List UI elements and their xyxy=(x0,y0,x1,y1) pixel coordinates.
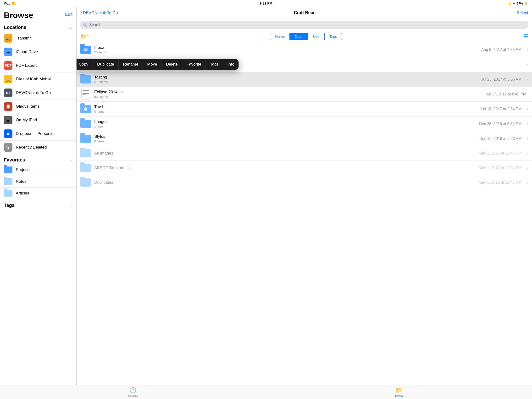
favorites-chevron-icon: ⌄ xyxy=(69,157,72,163)
inbox-meta: 25 items xyxy=(94,51,478,54)
sidebar-item-devonthink[interactable]: DT DEVONthink To Go xyxy=(0,86,76,100)
sort-by-tags-button[interactable]: Tags xyxy=(324,33,342,40)
sidebar-header: Browse Edit xyxy=(0,7,76,22)
page-title: Craft Beer xyxy=(230,10,379,15)
articles-folder-icon xyxy=(4,190,13,197)
sidebar-item-dropbox[interactable]: ◆ Dropbox — Personal xyxy=(0,127,76,141)
all-pdf-chevron-icon: › xyxy=(527,165,528,171)
locations-section-header[interactable]: Locations ⌄ xyxy=(0,22,76,32)
tasting-icon xyxy=(80,75,91,84)
file-row-duplicates[interactable]: Duplicates May 1, 2015 at 12:47 PM › xyxy=(76,175,532,190)
sort-by-name-button[interactable]: Name xyxy=(270,33,290,40)
tab-recents[interactable]: 🕐 Recents xyxy=(0,385,266,399)
tasting-meta: 518 items xyxy=(94,80,478,84)
favorites-section-header[interactable]: Favorites ⌄ xyxy=(0,154,76,164)
sidebar-item-ipad[interactable]: 📱 On My iPad xyxy=(0,113,76,127)
styles-icon xyxy=(80,134,91,143)
all-images-chevron-icon: › xyxy=(527,151,528,156)
file-row-inbox[interactable]: Inbox 25 items Aug 5, 2017 at 4:58 PM › xyxy=(76,42,532,57)
locations-title: Locations xyxy=(4,25,26,30)
gladys-icon: 📋 xyxy=(4,102,13,111)
file-row-styles[interactable]: Styles 0 items Dec 16, 2016 at 6:43 AM › xyxy=(76,131,532,146)
context-menu-duplicate[interactable]: Duplicate xyxy=(93,59,119,70)
dropbox-icon: ◆ xyxy=(4,129,13,138)
projects-label: Projects xyxy=(16,167,72,172)
file-row-images[interactable]: Images 1 item Dec 28, 2016 at 5:59 PM › xyxy=(76,116,532,131)
duplicates-info: Duplicates xyxy=(94,180,475,185)
context-menu-tags[interactable]: Tags xyxy=(206,59,223,70)
tags-section[interactable]: Tags › xyxy=(0,199,76,211)
duplicates-date: May 1, 2015 at 12:47 PM xyxy=(479,180,521,185)
sidebar-item-transmit[interactable]: 🚚 Transmit xyxy=(0,32,76,45)
list-view-button[interactable]: ☰ xyxy=(523,33,528,40)
device-label: iPad xyxy=(4,2,10,5)
trash-meta: 0 items xyxy=(94,110,476,113)
context-menu-copy[interactable]: Copy xyxy=(76,59,93,70)
sidebar-item-pdf[interactable]: PDF PDF Expert xyxy=(0,59,76,72)
sidebar-item-icloud[interactable]: ☁ iCloud Drive xyxy=(0,45,76,59)
context-menu-delete[interactable]: Delete xyxy=(162,59,182,70)
context-menu-rename[interactable]: Rename xyxy=(119,59,143,70)
tasting-date: Jul 23, 2017 at 5:56 AM xyxy=(481,77,521,82)
sidebar-edit-button[interactable]: Edit xyxy=(65,11,72,17)
context-menu-info[interactable]: Info xyxy=(223,59,239,70)
back-button[interactable]: ‹ DEVONthink To Go xyxy=(80,10,230,16)
ipad-icon: 📱 xyxy=(4,116,13,124)
eclipse-info: Eclipse 2014 list 532 bytes xyxy=(94,90,482,99)
icloud-label: iCloud Drive xyxy=(16,50,72,54)
eclipse-icon xyxy=(80,90,91,99)
sidebar-item-projects[interactable]: Projects xyxy=(0,164,76,176)
trash-name: Trash xyxy=(94,105,476,109)
context-menu-favorite[interactable]: Favorite xyxy=(182,59,206,70)
tab-bar: 🕐 Recents 📁 Browse xyxy=(0,385,532,399)
tags-chevron-icon: › xyxy=(71,203,72,208)
file-row-all-pdf[interactable]: All PDF Documents May 1, 2015 at 12:47 P… xyxy=(76,161,532,175)
notes-folder-icon xyxy=(4,178,13,185)
status-time: 9:32 PM xyxy=(260,1,272,5)
icloud-icon: ☁ xyxy=(4,48,13,56)
tasting-context-chevron-icon: › xyxy=(527,62,528,67)
tasting-name: Tasting xyxy=(94,75,478,80)
recents-label: Recents xyxy=(128,394,138,397)
favorites-title: Favorites xyxy=(4,157,25,163)
images-chevron-icon: › xyxy=(527,121,528,126)
app-container: Browse Edit Locations ⌄ 🚚 Transmit ☁ iCl… xyxy=(0,7,532,399)
tab-browse[interactable]: 📁 Browse xyxy=(266,385,532,399)
sidebar-item-notes[interactable]: Notes xyxy=(0,176,76,188)
sidebar-item-articles[interactable]: Articles xyxy=(0,188,76,199)
context-menu-move[interactable]: Move xyxy=(143,59,162,70)
main-content: ‹ DEVONthink To Go Craft Beer Select 🔍 📁… xyxy=(76,7,532,399)
icab-icon: 🚕 xyxy=(4,75,13,83)
transmit-label: Transmit xyxy=(16,36,72,41)
file-row-all-images[interactable]: All Images May 1, 2015 at 12:47 PM › xyxy=(76,146,532,161)
pdf-label: PDF Expert xyxy=(16,63,72,68)
select-button[interactable]: Select xyxy=(379,11,528,15)
sidebar-item-gladys[interactable]: 📋 Gladys Items xyxy=(0,100,76,113)
all-pdf-date: May 1, 2015 at 12:47 PM xyxy=(479,166,521,170)
new-folder-button[interactable]: 📁+ xyxy=(80,33,89,40)
notes-label: Notes xyxy=(16,179,72,184)
sidebar-item-icab[interactable]: 🚕 Files of iCab Mobile xyxy=(0,72,76,86)
trash-info: Trash 0 items xyxy=(94,105,476,113)
search-icon: 🔍 xyxy=(83,23,87,27)
sort-by-size-button[interactable]: Size xyxy=(307,33,324,40)
file-row-trash[interactable]: 🗑 Trash 0 items Jun 18, 2017 at 2:34 PM … xyxy=(76,102,532,116)
nav-bar: ‹ DEVONthink To Go Craft Beer Select xyxy=(76,7,532,19)
styles-chevron-icon: › xyxy=(527,136,528,141)
file-row-eclipse[interactable]: Eclipse 2014 list 532 bytes Jul 17, 2017… xyxy=(76,87,532,102)
back-chevron-icon: ‹ xyxy=(80,10,82,16)
browse-icon: 📁 xyxy=(395,387,403,393)
gladys-label: Gladys Items xyxy=(16,104,72,109)
file-row-tasting[interactable]: Tasting 518 items Jul 23, 2017 at 5:56 A… xyxy=(76,72,532,87)
sort-bar: 📁+ Name Date Size Tags ☰ xyxy=(76,31,532,42)
sort-by-date-button[interactable]: Date xyxy=(290,33,307,40)
sidebar-item-recently-deleted[interactable]: 🗑 Recently Deleted xyxy=(0,141,76,154)
trash-date: Jun 18, 2017 at 2:34 PM xyxy=(480,107,521,111)
file-row-tasting-context[interactable]: Ta… 10… › Copy Duplicate Rename Move Del… xyxy=(76,57,532,72)
context-menu: Copy Duplicate Rename Move Delete Favori… xyxy=(76,59,239,70)
search-input[interactable] xyxy=(89,23,525,27)
tags-title: Tags xyxy=(4,203,15,208)
styles-meta: 0 items xyxy=(94,139,476,143)
search-input-wrap: 🔍 xyxy=(80,21,528,29)
battery-icon: 🔋 xyxy=(524,2,528,5)
